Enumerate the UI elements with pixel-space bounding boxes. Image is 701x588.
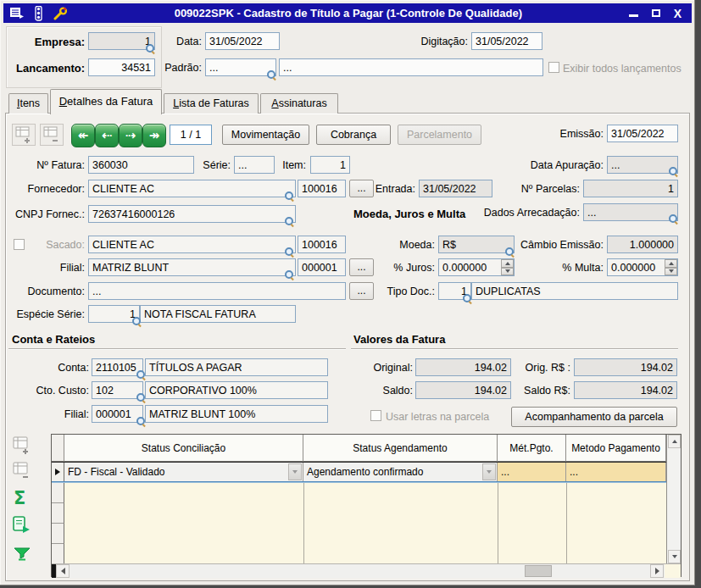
filial-browse-button[interactable]: ... [349, 258, 374, 276]
sacado-lookup-icon[interactable] [285, 247, 294, 257]
filial-field[interactable]: MATRIZ BLUNT [88, 258, 296, 276]
juros-spin-down[interactable] [501, 268, 514, 276]
scroll-up-button[interactable] [668, 435, 681, 448]
grid-cell-metodo-pagamento[interactable]: ... [566, 463, 666, 481]
item-field[interactable]: 1 [310, 156, 350, 174]
data-apuracao-field[interactable]: ... [607, 156, 678, 174]
cnpj-field[interactable]: 72637416000126 [88, 205, 296, 223]
moeda-field[interactable]: R$ [438, 236, 515, 253]
lancamento-field[interactable]: 34531 [88, 58, 155, 76]
tipo-doc-lookup-icon[interactable] [463, 294, 472, 303]
dados-arrecadacao-lookup-icon[interactable] [669, 214, 678, 224]
cto-custo-desc-field[interactable]: CORPORATIVO 100% [145, 381, 328, 399]
grid-empty-rows-area[interactable] [64, 483, 666, 563]
close-button[interactable]: X [674, 8, 682, 19]
rateio-filial-desc-field[interactable]: MATRIZ BLUNT 100% [145, 405, 328, 423]
conta-code-field[interactable]: 2110105 [92, 358, 143, 376]
fornecedor-lookup-icon[interactable] [285, 191, 294, 201]
wrench-icon[interactable] [53, 7, 68, 20]
filial-lookup-icon[interactable] [285, 270, 294, 280]
saldo-field[interactable]: 194.02 [415, 381, 511, 399]
horizontal-scroll-thumb[interactable] [525, 565, 552, 577]
orig-rs-field[interactable]: 194.02 [574, 358, 677, 376]
grid-header-met-pgto[interactable]: Mét.Pgto. [498, 435, 566, 462]
emissao-field[interactable]: 31/05/2022 [607, 125, 678, 142]
original-field[interactable]: 194.02 [415, 358, 511, 376]
grid-sum-button[interactable]: Σ [14, 488, 25, 508]
tab-detalhes-da-fatura[interactable]: Detalhes da Fatura [50, 89, 162, 114]
padrao-lookup-icon[interactable] [267, 70, 276, 80]
grid-selected-row[interactable]: FD - Fiscal - Validado Agendamento confi… [52, 462, 666, 482]
grid-header-status-agendamento[interactable]: Status Agendamento [303, 435, 498, 462]
scroll-right-button[interactable] [650, 564, 664, 578]
last-record-button[interactable]: ↠ [142, 124, 166, 147]
status-conciliacao-dropdown-button[interactable] [288, 463, 302, 480]
num-fatura-field[interactable]: 360030 [88, 156, 194, 174]
rateio-filial-code-field[interactable]: 000001 [92, 405, 143, 423]
minimize-button[interactable] [629, 14, 638, 17]
documento-field[interactable]: ... [88, 282, 346, 300]
status-agendamento-dropdown-button[interactable] [482, 463, 496, 480]
scroll-left-button[interactable] [56, 564, 70, 578]
grid-export-button[interactable] [10, 515, 32, 535]
padrao-desc-field[interactable]: ... [279, 58, 543, 76]
grid-filter-button[interactable] [12, 546, 32, 562]
first-record-button[interactable]: ↞ [71, 124, 95, 147]
rateio-filial-lookup-icon[interactable] [136, 417, 146, 426]
delete-record-button[interactable] [40, 124, 64, 146]
grid-header-status-conciliacao[interactable]: Status Conciliação [64, 435, 303, 462]
grid-cell-status-conciliacao[interactable]: FD - Fiscal - Validado [64, 463, 303, 481]
fornecedor-code-field[interactable]: 100016 [298, 180, 346, 197]
documento-browse-button[interactable]: ... [349, 282, 374, 300]
sacado-code-field[interactable]: 100016 [298, 236, 346, 253]
usar-letras-checkbox[interactable] [370, 410, 381, 421]
empresa-lookup-icon[interactable] [146, 44, 155, 53]
multa-spin-up[interactable] [665, 259, 677, 268]
sacado-field[interactable]: CLIENTE AC [88, 236, 296, 253]
form-icon[interactable] [9, 7, 25, 19]
especie-serie-desc-field[interactable]: NOTA FISCAL FATURA [140, 305, 296, 323]
conta-lookup-icon[interactable] [136, 370, 146, 380]
juros-spin-up[interactable] [501, 259, 514, 268]
scroll-down-button[interactable] [668, 550, 681, 563]
digitacao-field[interactable]: 31/05/2022 [471, 32, 542, 50]
add-record-button[interactable] [12, 124, 36, 146]
grid-add-row-button[interactable] [10, 435, 32, 457]
cambio-field[interactable]: 1.000000 [607, 236, 678, 253]
num-parcelas-field[interactable]: 1 [583, 180, 678, 197]
cto-custo-code-field[interactable]: 102 [92, 381, 143, 399]
multa-spinner[interactable] [665, 259, 677, 275]
tipo-doc-desc-field[interactable]: DUPLICATAS [471, 282, 678, 300]
next-record-button[interactable]: ⇢ [119, 124, 142, 147]
tab-lista-de-faturas[interactable]: Lista de Faturas [164, 93, 259, 114]
maximize-button[interactable] [652, 9, 660, 17]
parcelamento-button[interactable]: Parcelamento [398, 125, 481, 145]
data-field[interactable]: 31/05/2022 [205, 32, 280, 50]
tab-itens[interactable]: Itens [8, 93, 48, 114]
saldo-rs-field[interactable]: 194.02 [574, 381, 677, 399]
grid-header-metodo-pagamento[interactable]: Metodo Pagamento [566, 435, 666, 462]
grid-cell-met-pgto[interactable]: ... [498, 463, 566, 481]
previous-record-button[interactable]: ⇠ [95, 124, 119, 147]
grid-horizontal-scrollbar[interactable] [52, 563, 681, 578]
cto-custo-lookup-icon[interactable] [136, 393, 146, 402]
conta-desc-field[interactable]: TÍTULOS A PAGAR [145, 358, 328, 376]
dados-arrecadacao-field[interactable]: ... [583, 203, 678, 221]
moeda-lookup-icon[interactable] [505, 247, 515, 257]
cnpj-lookup-icon[interactable] [285, 217, 294, 226]
data-apuracao-lookup-icon[interactable] [669, 167, 678, 176]
multa-spin-down[interactable] [665, 268, 677, 276]
acompanhamento-button[interactable]: Acompanhamento da parcela [511, 407, 677, 427]
grid-vertical-scrollbar[interactable] [666, 435, 681, 563]
padrao-code-field[interactable]: ... [205, 58, 276, 76]
filial-code-field[interactable]: 000001 [298, 258, 346, 276]
serie-field[interactable]: ... [234, 156, 275, 174]
tab-assinaturas[interactable]: Assinaturas [260, 93, 338, 114]
movimentacao-button[interactable]: Movimentação [222, 125, 309, 145]
especie-serie-lookup-icon[interactable] [132, 317, 142, 326]
cobranca-button[interactable]: Cobrança [316, 125, 391, 145]
grid-delete-row-button[interactable] [10, 460, 32, 482]
traffic-light-icon[interactable] [34, 6, 43, 21]
sacado-checkbox[interactable] [14, 239, 25, 250]
grid-cell-status-agendamento[interactable]: Agendamento confirmado [303, 463, 498, 481]
